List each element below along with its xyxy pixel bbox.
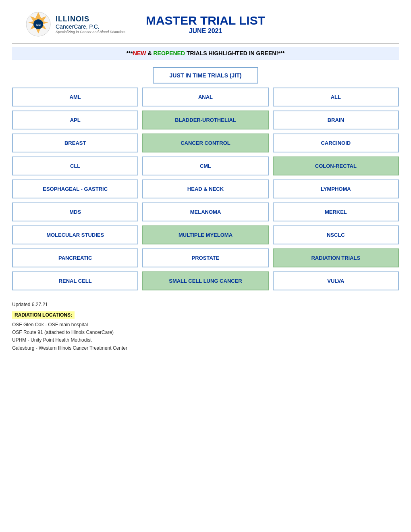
banner: ***NEW & REOPENED TRIALS HIGHLIGHTED IN … xyxy=(12,47,399,60)
location-item: OSF Glen Oak - OSF main hospital xyxy=(12,321,399,329)
updated-date: Updated 6.27.21 xyxy=(12,302,399,307)
trial-cell[interactable]: CARCINOID xyxy=(273,134,399,152)
grid-section: JUST IN TIME TRIALS (JIT) AMLANALALLAPLB… xyxy=(12,67,399,290)
trial-cell[interactable]: MDS xyxy=(12,202,138,221)
location-item: UPHM - Unity Point Health Methodist xyxy=(12,336,399,344)
trial-cell[interactable]: CML xyxy=(142,156,268,175)
trial-cell[interactable]: CANCER CONTROL xyxy=(142,134,268,152)
trial-cell[interactable]: BLADDER-UROTHELIAL xyxy=(142,111,268,129)
trial-cell[interactable]: PANCREATIC xyxy=(12,248,138,267)
trial-grid: AMLANALALLAPLBLADDER-UROTHELIALBRAINBREA… xyxy=(12,88,399,290)
logo-area: ICC ILLINOIS CancerCare, P.C. Specializi… xyxy=(24,10,125,38)
main-title: MASTER TRIAL LIST xyxy=(146,14,265,27)
logo-icon: ICC xyxy=(24,10,52,38)
trial-cell[interactable]: HEAD & NECK xyxy=(142,179,268,198)
trial-cell[interactable]: LYMPHOMA xyxy=(273,179,399,198)
trial-cell[interactable]: RENAL CELL xyxy=(12,271,138,290)
trial-cell[interactable]: MELANOMA xyxy=(142,202,268,221)
trial-cell[interactable]: MOLECULAR STUDIES xyxy=(12,225,138,244)
svg-text:ICC: ICC xyxy=(36,23,41,26)
trial-cell[interactable]: ALL xyxy=(273,88,399,106)
trial-cell[interactable]: ESOPHAGEAL - GASTRIC xyxy=(12,179,138,198)
footer-section: Updated 6.27.21 RADIATION LOCATIONS: OSF… xyxy=(12,302,399,352)
trial-cell[interactable]: SMALL CELL LUNG CANCER xyxy=(142,271,268,290)
trial-cell[interactable]: VULVA xyxy=(273,271,399,290)
radiation-label: RADIATION LOCATIONS: xyxy=(12,311,75,319)
banner-reopened: REOPENED xyxy=(153,50,185,56)
logo-text: ILLINOIS CancerCare, P.C. Specializing i… xyxy=(56,15,125,34)
location-item: OSF Route 91 (attached to Illinois Cance… xyxy=(12,329,399,336)
jit-row: JUST IN TIME TRIALS (JIT) xyxy=(153,67,259,83)
logo-illinois: ILLINOIS xyxy=(56,15,125,23)
page-header: ICC ILLINOIS CancerCare, P.C. Specializi… xyxy=(12,8,399,40)
trial-cell[interactable]: MULTIPLE MYELOMA xyxy=(142,225,268,244)
trial-cell[interactable]: RADIATION TRIALS xyxy=(273,248,399,267)
locations: OSF Glen Oak - OSF main hospitalOSF Rout… xyxy=(12,321,399,352)
trial-cell[interactable]: ANAL xyxy=(142,88,268,106)
logo-cancercare: CancerCare, P.C. xyxy=(56,23,125,30)
sub-title: JUNE 2021 xyxy=(146,27,265,35)
trial-cell[interactable]: PROSTATE xyxy=(142,248,268,267)
trial-cell[interactable]: BRAIN xyxy=(273,111,399,129)
trial-cell[interactable]: CLL xyxy=(12,156,138,175)
jit-box[interactable]: JUST IN TIME TRIALS (JIT) xyxy=(153,67,259,83)
trial-cell[interactable]: APL xyxy=(12,111,138,129)
trial-cell[interactable]: AML xyxy=(12,88,138,106)
trial-cell[interactable]: NSCLC xyxy=(273,225,399,244)
trial-cell[interactable]: BREAST xyxy=(12,134,138,152)
header-titles: MASTER TRIAL LIST JUNE 2021 xyxy=(146,14,265,35)
trial-cell[interactable]: MERKEL xyxy=(273,202,399,221)
location-item: Galesburg - Western Illinois Cancer Trea… xyxy=(12,344,399,352)
trial-cell[interactable]: COLON-RECTAL xyxy=(273,156,399,175)
banner-new: NEW xyxy=(133,50,146,56)
logo-specializing: Specializing in Cancer and Blood Disorde… xyxy=(56,30,125,34)
